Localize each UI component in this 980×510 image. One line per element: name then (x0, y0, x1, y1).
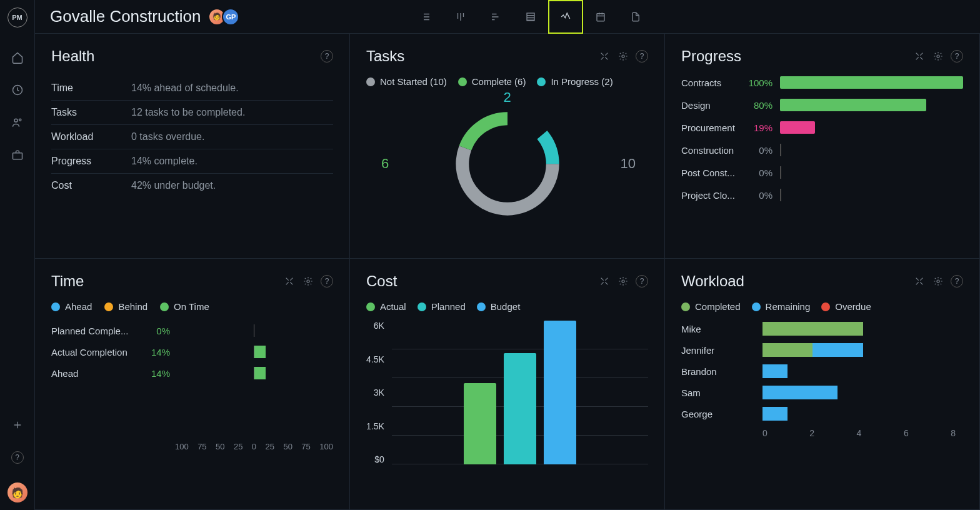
health-value: 12 tasks to be completed. (131, 107, 245, 118)
axis-tick: 3K (374, 388, 384, 398)
workload-row: Jennifer (681, 343, 963, 357)
expand-icon[interactable] (283, 275, 296, 288)
view-sheet-icon[interactable] (513, 0, 548, 34)
time-name: Actual Completion (51, 347, 132, 358)
svg-point-6 (622, 55, 624, 58)
svg-point-13 (937, 280, 939, 282)
gear-icon[interactable] (932, 50, 944, 62)
help-icon[interactable]: ? (636, 50, 648, 62)
axis-tick: 8 (951, 428, 956, 438)
team-icon[interactable] (5, 110, 30, 135)
legend-item: Remaining (752, 301, 811, 312)
view-dashboard-icon[interactable] (548, 0, 583, 34)
legend-label: Not Started (10) (380, 76, 447, 87)
expand-icon[interactable] (913, 275, 926, 288)
home-icon[interactable] (5, 45, 30, 70)
axis-tick: 25 (234, 442, 242, 451)
view-list-icon[interactable] (408, 0, 443, 34)
svg-point-12 (622, 280, 624, 282)
app-logo[interactable]: PM (8, 8, 28, 28)
panel-tasks: Tasks ? Not Started (10) Complete (6) In… (350, 34, 665, 259)
svg-point-2 (19, 119, 21, 121)
legend-dot (160, 302, 169, 311)
panel-workload: Workload ? Completed Remaining Overdue M… (665, 259, 980, 510)
legend-label: Budget (491, 301, 521, 312)
legend-dot (51, 302, 60, 311)
help-icon[interactable]: ? (951, 275, 963, 288)
progress-name: Construction (681, 145, 744, 156)
wl-seg-completed (762, 322, 863, 336)
add-icon[interactable] (5, 412, 30, 438)
expand-icon[interactable] (913, 50, 926, 62)
clock-icon[interactable] (5, 78, 30, 102)
legend-dot (477, 302, 486, 311)
user-avatar[interactable]: 🧑 (8, 482, 28, 502)
expand-icon[interactable] (598, 50, 611, 62)
time-bar (175, 367, 333, 379)
briefcase-icon[interactable] (5, 142, 30, 168)
expand-icon[interactable] (598, 275, 611, 288)
help-icon[interactable]: ? (321, 275, 333, 288)
view-calendar-icon[interactable] (583, 0, 618, 34)
panel-title: Time (51, 272, 84, 290)
progress-pct: 0% (744, 168, 772, 178)
legend-item: Overdue (821, 301, 871, 312)
gear-icon[interactable] (932, 275, 944, 288)
progress-bar (780, 99, 963, 111)
progress-name: Design (681, 100, 744, 111)
axis-tick: 1.5K (366, 421, 384, 431)
help-nav-icon[interactable]: ? (5, 445, 30, 470)
health-row: Tasks 12 tasks to be completed. (51, 101, 333, 125)
axis-tick: 100 (319, 442, 333, 451)
member-avatars[interactable]: 🧑 GP (212, 8, 239, 26)
axis-tick: 100 (175, 442, 189, 451)
progress-row: Post Const... 0% (681, 166, 963, 179)
workload-bar (762, 343, 963, 357)
tasks-donut-chart: 2 6 10 (366, 92, 648, 236)
axis-tick: 50 (216, 442, 224, 451)
view-gantt-icon[interactable] (478, 0, 513, 34)
dashboard-grid: Health ? Time 14% ahead of schedule. Tas… (35, 34, 980, 510)
health-label: Workload (51, 131, 131, 142)
help-icon[interactable]: ? (636, 275, 648, 288)
axis-tick: 25 (266, 442, 274, 451)
progress-name: Contracts (681, 78, 744, 88)
legend-item: On Time (160, 301, 209, 312)
axis-tick: 6K (374, 321, 384, 331)
help-icon[interactable]: ? (321, 50, 333, 62)
cost-bar (544, 321, 576, 464)
panel-title: Progress (681, 48, 741, 65)
avatar[interactable]: GP (222, 8, 239, 26)
axis-tick: 50 (283, 442, 292, 451)
health-value: 0 tasks overdue. (131, 131, 204, 142)
legend-item: Planned (418, 301, 466, 312)
legend-item: Complete (6) (458, 76, 526, 87)
topbar: Govalle Construction 🧑 GP (35, 0, 980, 34)
panel-title: Tasks (366, 48, 404, 65)
panel-title: Workload (681, 272, 744, 290)
panel-cost: Cost ? Actual Planned Budget 6K4.5K3K1.5… (350, 259, 665, 510)
panel-time: Time ? Ahead Behind On Time Planned Comp… (35, 259, 350, 510)
time-row: Planned Comple... 0% (51, 324, 333, 337)
progress-pct: 0% (744, 145, 772, 156)
time-pct: 14% (132, 347, 170, 358)
legend-item: Completed (681, 301, 741, 312)
legend-item: Ahead (51, 301, 92, 312)
health-row: Cost 42% under budget. (51, 174, 333, 198)
view-board-icon[interactable] (443, 0, 478, 34)
gear-icon[interactable] (302, 275, 314, 288)
view-files-icon[interactable] (618, 0, 653, 34)
legend-dot (366, 78, 375, 86)
legend-item: Actual (366, 301, 406, 312)
panel-progress: Progress ? Contracts 100% Design 80% Pro… (665, 34, 980, 259)
wl-seg-completed (762, 343, 812, 357)
gear-icon[interactable] (617, 50, 629, 62)
help-icon[interactable]: ? (951, 50, 963, 62)
cost-bar (504, 353, 536, 464)
workload-row: Brandon (681, 364, 963, 378)
axis-tick: 4 (857, 428, 862, 438)
gear-icon[interactable] (617, 275, 629, 288)
health-row: Time 14% ahead of schedule. (51, 76, 333, 101)
legend-dot (418, 302, 426, 311)
health-row: Workload 0 tasks overdue. (51, 125, 333, 149)
